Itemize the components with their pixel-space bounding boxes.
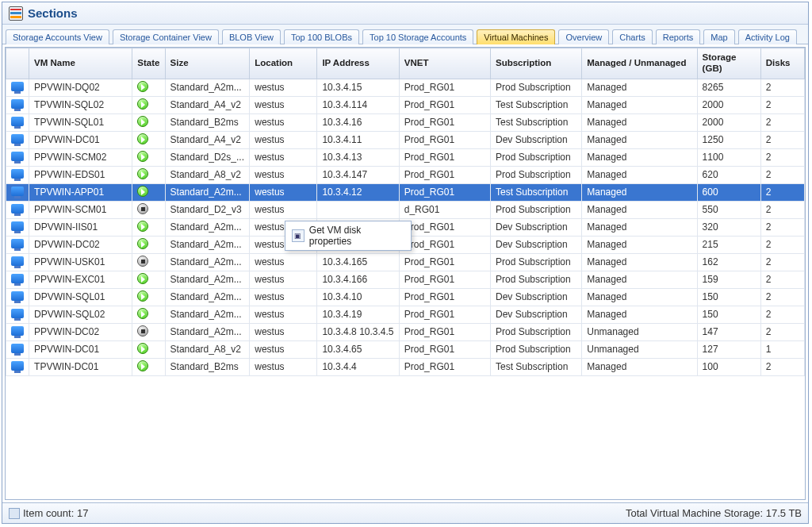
tab-reports[interactable]: Reports	[656, 29, 701, 44]
table-row[interactable]: DPVWIN-DC01Standard_A4_v2westus10.3.4.11…	[6, 131, 805, 148]
cell: Test Subscription	[491, 113, 582, 131]
table-row[interactable]: PPVWIN-EXC01Standard_A2m...westus10.3.4.…	[6, 271, 805, 288]
cell: Prod_RG01	[399, 113, 490, 131]
vm-icon	[11, 99, 24, 109]
table-row[interactable]: PPVWIN-EDS01Standard_A8_v2westus10.3.4.1…	[6, 166, 805, 183]
cell: TPVWIN-SQL02	[29, 96, 132, 113]
tab-overview[interactable]: Overview	[558, 29, 609, 44]
tab-blob-view[interactable]: BLOB View	[222, 29, 281, 44]
cell: 2	[760, 113, 804, 131]
tab-activity-log[interactable]: Activity Log	[738, 29, 797, 44]
cell: Prod Subscription	[491, 201, 582, 218]
col-header-disks[interactable]: Disks	[760, 48, 804, 79]
vm-icon	[11, 309, 24, 318]
cell	[132, 79, 165, 96]
table-row[interactable]: PPVWIN-SCM02Standard_D2s_...westus10.3.4…	[6, 148, 805, 166]
cell: westus	[250, 113, 317, 131]
cell	[6, 236, 29, 253]
table-row[interactable]: PPVWIN-DQ02Standard_A2m...westus10.3.4.1…	[6, 79, 805, 96]
cell: PPVWIN-USK01	[29, 253, 132, 271]
cell	[6, 96, 29, 113]
cell: DPVWIN-DC01	[29, 131, 132, 148]
col-header-icon[interactable]	[6, 48, 29, 79]
col-header-subscription[interactable]: Subscription	[491, 48, 582, 79]
cell: 2000	[697, 113, 760, 131]
cell: PPVWIN-DC01	[29, 340, 132, 358]
cell: 215	[697, 236, 760, 253]
vm-table: VM Name State Size Location IP Address V…	[6, 48, 805, 376]
table-row[interactable]: DPVWIN-SQL01Standard_A2m...westus10.3.4.…	[6, 288, 805, 306]
state-running-icon	[137, 186, 148, 197]
cell: 2	[760, 288, 804, 306]
table-row[interactable]: PPVWIN-DC02Standard_A2m...westus10.3.4.8…	[6, 323, 805, 340]
tab-virtual-machines[interactable]: Virtual Machines	[477, 29, 555, 44]
cell: PPVWIN-DC02	[29, 323, 132, 340]
cell: Prod Subscription	[491, 340, 582, 358]
col-header-vnet[interactable]: VNET	[399, 48, 490, 79]
cell	[6, 288, 29, 306]
col-header-state[interactable]: State	[132, 48, 165, 79]
cell: Prod_RG01	[399, 358, 490, 375]
page-title: Sections	[28, 6, 78, 20]
cell: Prod_RG01	[399, 148, 490, 166]
cell: TPVWIN-SQL01	[29, 113, 132, 131]
context-menu-get-disk-properties[interactable]: ▣ Get VM disk properties	[287, 223, 409, 248]
cell: Managed	[582, 253, 697, 271]
cell: Managed	[582, 131, 697, 148]
item-count-label: Item count:	[23, 507, 74, 519]
cell: Prod Subscription	[491, 323, 582, 340]
tab-top-10-storage-accounts[interactable]: Top 10 Storage Accounts	[362, 29, 473, 44]
cell: Prod_RG01	[399, 288, 490, 306]
state-stopped-icon	[137, 203, 148, 214]
col-header-managed[interactable]: Managed / Unmanaged	[582, 48, 697, 79]
cell: Managed	[582, 96, 697, 113]
cell	[6, 201, 29, 218]
state-running-icon	[137, 98, 148, 110]
col-header-ip[interactable]: IP Address	[317, 48, 399, 79]
table-row[interactable]: PPVWIN-USK01Standard_A2m...westus10.3.4.…	[6, 253, 805, 271]
table-row[interactable]: TPVWIN-SQL01Standard_B2mswestus10.3.4.16…	[6, 113, 805, 131]
cell: 2	[760, 271, 804, 288]
col-header-size[interactable]: Size	[165, 48, 250, 79]
state-stopped-icon	[137, 325, 148, 337]
state-running-icon	[137, 151, 148, 162]
table-row[interactable]: TPVWIN-DC01Standard_B2mswestus10.3.4.4Pr…	[6, 358, 805, 375]
cell: Managed	[582, 271, 697, 288]
cell: Standard_A2m...	[165, 79, 250, 96]
vm-icon	[11, 187, 24, 196]
tab-top-100-blobs[interactable]: Top 100 BLOBs	[284, 29, 359, 44]
col-header-storage[interactable]: Storage (GB)	[697, 48, 760, 79]
col-header-vmname[interactable]: VM Name	[29, 48, 132, 79]
cell: Dev Subscription	[491, 306, 582, 323]
cell: Standard_D2s_...	[165, 148, 250, 166]
cell: Test Subscription	[491, 183, 582, 201]
cell: 1100	[697, 148, 760, 166]
cell: 2	[760, 131, 804, 148]
cell: 10.3.4.15	[317, 79, 399, 96]
table-row[interactable]: TPVWIN-SQL02Standard_A4_v2westus10.3.4.1…	[6, 96, 805, 113]
vm-icon	[11, 134, 24, 144]
table-row[interactable]: PPVWIN-DC01Standard_A8_v2westus10.3.4.65…	[6, 340, 805, 358]
cell: 10.3.4.4	[317, 358, 399, 375]
tab-charts[interactable]: Charts	[612, 29, 652, 44]
cell: Dev Subscription	[491, 218, 582, 236]
cell: Prod Subscription	[491, 271, 582, 288]
cell: Standard_D2_v3	[165, 201, 250, 218]
cell: westus	[250, 358, 317, 375]
tab-storage-container-view[interactable]: Storage Container View	[113, 29, 219, 44]
tab-map[interactable]: Map	[703, 29, 734, 44]
cell: Managed	[582, 288, 697, 306]
cell: Standard_A8_v2	[165, 340, 250, 358]
state-running-icon	[137, 221, 148, 232]
cell: westus	[250, 131, 317, 148]
table-row[interactable]: PPVWIN-SCM01Standard_D2_v3westusd_RG01Pr…	[6, 201, 805, 218]
vm-icon	[11, 221, 24, 231]
tab-storage-accounts-view[interactable]: Storage Accounts View	[6, 29, 109, 44]
cell	[132, 166, 165, 183]
disk-properties-icon: ▣	[292, 229, 304, 242]
table-row[interactable]: TPVWIN-APP01Standard_A2m...westus10.3.4.…	[6, 183, 805, 201]
table-row[interactable]: DPVWIN-SQL02Standard_A2m...westus10.3.4.…	[6, 306, 805, 323]
cell: PPVWIN-SCM01	[29, 201, 132, 218]
cell: Standard_A4_v2	[165, 131, 250, 148]
col-header-location[interactable]: Location	[250, 48, 317, 79]
